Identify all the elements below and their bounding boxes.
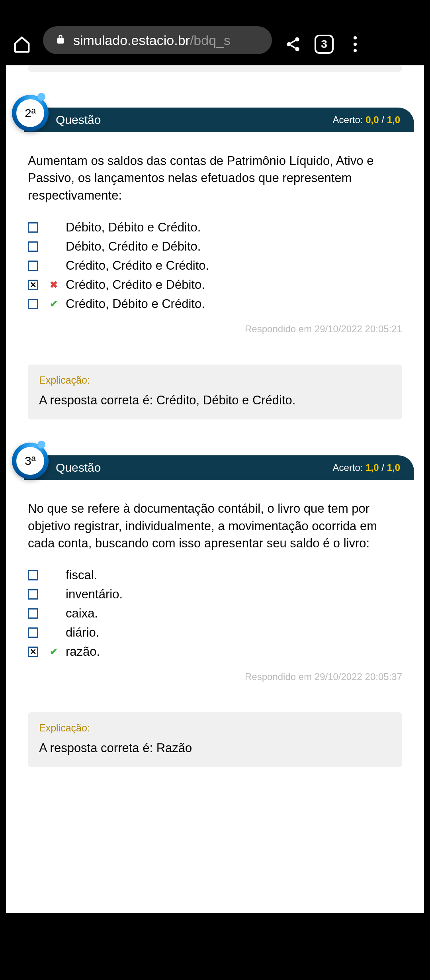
option-label: razão. <box>66 645 100 659</box>
checkbox-icon <box>28 608 38 619</box>
checkbox-checked-icon: ✕ <box>28 647 38 657</box>
question-title: Questão <box>56 113 101 127</box>
question-number: 3ª <box>16 447 44 475</box>
option-row[interactable]: ✕ ✖ Crédito, Crédito e Débito. <box>28 275 402 294</box>
option-row[interactable]: inventário. <box>28 585 402 604</box>
option-label: fiscal. <box>66 568 97 582</box>
tab-count-box: 3 <box>315 35 334 54</box>
score-total: 1,0 <box>387 462 400 473</box>
question-number-badge: 2ª <box>12 95 49 131</box>
question-score: Acerto: 1,0 / 1,0 <box>333 462 400 473</box>
tabs-button[interactable]: 3 <box>314 34 334 54</box>
option-row[interactable]: fiscal. <box>28 566 402 585</box>
question-block: 2ª Questão Acerto: 0,0 / 1,0 Aumentam os… <box>6 108 424 419</box>
option-row[interactable]: caixa. <box>28 604 402 623</box>
options-list: fiscal. inventário. caixa. diário. ✕ ✔ r… <box>6 566 424 661</box>
option-row[interactable]: diário. <box>28 623 402 642</box>
question-text: Aumentam os saldos das contas de Patrimô… <box>6 132 424 218</box>
result-indicator: ✖ <box>50 279 66 290</box>
system-nav-bar <box>0 913 430 980</box>
option-label: caixa. <box>66 606 98 621</box>
checkbox-icon <box>28 570 38 580</box>
score-label: Acerto: <box>333 462 363 473</box>
checkbox-icon <box>28 299 38 309</box>
url-bar[interactable]: simulado.estacio.br/bdq_s <box>43 26 272 54</box>
score-earned: 0,0 <box>366 114 379 125</box>
option-row[interactable]: ✔ Crédito, Débito e Crédito. <box>28 294 402 314</box>
score-total: 1,0 <box>387 114 400 125</box>
score-label: Acerto: <box>333 114 363 125</box>
question-text: No que se refere à documentação contábil… <box>6 480 424 566</box>
svg-point-0 <box>295 37 299 42</box>
kebab-menu-icon[interactable] <box>345 34 365 54</box>
correct-icon: ✔ <box>50 298 58 310</box>
checkbox-icon <box>28 222 38 233</box>
option-label: Crédito, Crédito e Crédito. <box>66 259 209 273</box>
option-label: Débito, Crédito e Débito. <box>66 239 201 254</box>
explanation-box: Explicação: A resposta correta é: Razão <box>28 712 402 767</box>
result-indicator: ✔ <box>50 646 66 657</box>
checkbox-icon <box>28 241 38 252</box>
checkbox-checked-icon: ✕ <box>28 280 38 290</box>
url-text: simulado.estacio.br/bdq_s <box>73 33 231 48</box>
option-row[interactable]: ✕ ✔ razão. <box>28 642 402 661</box>
question-title: Questão <box>56 461 101 474</box>
option-label: Débito, Débito e Crédito. <box>66 220 201 235</box>
question-block: 3ª Questão Acerto: 1,0 / 1,0 No que se r… <box>6 455 424 767</box>
svg-point-2 <box>295 47 299 51</box>
svg-point-1 <box>287 42 291 47</box>
options-list: Débito, Débito e Crédito. Débito, Crédit… <box>6 218 424 314</box>
share-icon[interactable] <box>283 34 303 54</box>
answered-timestamp: Respondido em 29/10/2022 20:05:21 <box>6 314 424 335</box>
explanation-text: A resposta correta é: Razão <box>39 741 391 755</box>
option-row[interactable]: Crédito, Crédito e Crédito. <box>28 256 402 275</box>
question-header: Questão Acerto: 0,0 / 1,0 <box>24 108 414 132</box>
option-row[interactable]: Débito, Débito e Crédito. <box>28 218 402 237</box>
wrong-icon: ✖ <box>50 279 58 290</box>
option-label: inventário. <box>66 587 123 602</box>
answered-timestamp: Respondido em 29/10/2022 20:05:37 <box>6 661 424 682</box>
checkbox-icon <box>28 589 38 600</box>
browser-bar: simulado.estacio.br/bdq_s 3 <box>0 0 430 65</box>
score-separator: / <box>381 114 387 125</box>
question-header: Questão Acerto: 1,0 / 1,0 <box>24 455 414 480</box>
checkbox-icon <box>28 261 38 271</box>
previous-explanation-tail <box>28 65 402 72</box>
explanation-box: Explicação: A resposta correta é: Crédit… <box>28 365 402 419</box>
question-score: Acerto: 0,0 / 1,0 <box>333 114 400 125</box>
score-separator: / <box>381 462 387 473</box>
question-number: 2ª <box>16 99 44 127</box>
lock-icon <box>55 34 66 47</box>
option-label: Crédito, Débito e Crédito. <box>66 297 205 311</box>
home-icon[interactable] <box>12 34 32 54</box>
explanation-text: A resposta correta é: Crédito, Débito e … <box>39 393 391 408</box>
option-label: diário. <box>66 625 99 640</box>
checkbox-icon <box>28 627 38 638</box>
score-earned: 1,0 <box>366 462 379 473</box>
tab-count: 3 <box>321 38 327 51</box>
result-indicator: ✔ <box>50 298 66 310</box>
correct-icon: ✔ <box>50 646 58 657</box>
option-label: Crédito, Crédito e Débito. <box>66 278 205 292</box>
explanation-label: Explicação: <box>39 374 391 386</box>
option-row[interactable]: Débito, Crédito e Débito. <box>28 237 402 256</box>
explanation-label: Explicação: <box>39 722 391 734</box>
question-number-badge: 3ª <box>12 443 49 479</box>
page-content: 2ª Questão Acerto: 0,0 / 1,0 Aumentam os… <box>6 65 424 913</box>
